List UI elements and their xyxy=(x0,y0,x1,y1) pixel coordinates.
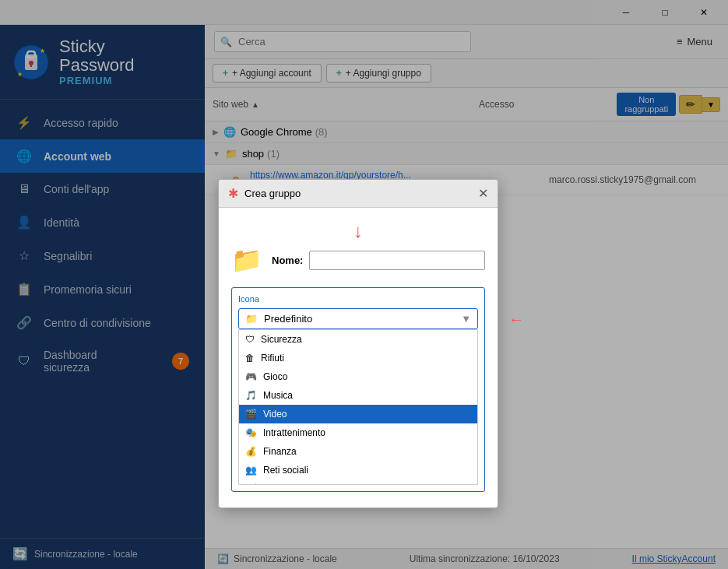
item-icon-reti: 👥 xyxy=(245,465,257,476)
item-icon-video: 🎬 xyxy=(245,409,257,420)
modal-close-button[interactable]: ✕ xyxy=(478,186,488,201)
item-label: Video xyxy=(263,409,287,420)
dropdown-item-intrattenimento[interactable]: 🎭 Intrattenimento xyxy=(239,423,477,442)
arrow-annotation: ↓ xyxy=(353,220,363,241)
dropdown-item-gioco[interactable]: 🎮 Gioco xyxy=(239,367,477,386)
item-label: Intrattenimento xyxy=(263,427,325,438)
icon-dropdown-header[interactable]: 📁 Predefinito ▼ ← xyxy=(238,308,478,329)
item-label: Musica xyxy=(263,390,293,401)
item-icon-sicurezza: 🛡 xyxy=(245,334,255,345)
modal-icon: ✱ xyxy=(228,186,238,201)
selected-icon: 📁 xyxy=(245,313,258,325)
item-label: Gioco xyxy=(263,371,287,382)
dropdown-item-musica[interactable]: 🎵 Musica xyxy=(239,386,477,405)
icon-dropdown-list[interactable]: 🛡 Sicurezza 🗑 Rifiuti 🎮 Gioco 🎵 Musica xyxy=(238,329,478,485)
item-icon-musica: 🎵 xyxy=(245,390,257,401)
chevron-down-icon: ▼ xyxy=(461,313,471,325)
dropdown-item-acquisti[interactable]: 🛒 Acquisti xyxy=(239,479,477,485)
dropdown-item-video[interactable]: 🎬 Video xyxy=(239,405,477,423)
item-label: Acquisti xyxy=(263,483,296,485)
modal-title-text: Crea gruppo xyxy=(244,188,301,199)
arrow-annotation-2: ← xyxy=(508,311,524,328)
item-label: Finanza xyxy=(263,446,297,457)
item-icon-intrattenimento: 🎭 xyxy=(245,427,257,438)
dropdown-item-finanza[interactable]: 💰 Finanza xyxy=(239,442,477,461)
folder-row: 📁 Nome: xyxy=(231,245,485,275)
item-icon-finanza: 💰 xyxy=(245,446,257,457)
item-label: Sicurezza xyxy=(261,334,302,345)
modal-body: ↓ 📁 Nome: Icona 📁 Predefinito ▼ xyxy=(219,208,498,508)
item-label: Rifiuti xyxy=(261,353,284,364)
folder-icon-big: 📁 xyxy=(231,245,262,275)
modal-title: ✱ Crea gruppo xyxy=(228,186,301,201)
dropdown-selected-text: 📁 Predefinito xyxy=(245,313,461,325)
create-group-modal: ✱ Crea gruppo ✕ ↓ 📁 Nome: Icona xyxy=(218,179,498,508)
item-label: Reti sociali xyxy=(263,465,308,476)
item-icon-gioco: 🎮 xyxy=(245,371,257,382)
modal-overlay: ✱ Crea gruppo ✕ ↓ 📁 Nome: Icona xyxy=(0,0,728,569)
name-field: Nome: xyxy=(272,251,485,270)
item-icon-acquisti: 🛒 xyxy=(245,483,257,485)
dropdown-item-rifiuti[interactable]: 🗑 Rifiuti xyxy=(239,349,477,367)
icon-section-label: Icona xyxy=(238,294,478,304)
selected-label: Predefinito xyxy=(264,313,312,325)
dropdown-item-sicurezza[interactable]: 🛡 Sicurezza xyxy=(239,330,477,349)
item-icon-rifiuti: 🗑 xyxy=(245,353,255,364)
group-name-input[interactable] xyxy=(309,251,485,270)
name-label: Nome: xyxy=(272,255,303,266)
modal-header: ✱ Crea gruppo ✕ xyxy=(219,180,498,208)
icon-section: Icona 📁 Predefinito ▼ ← 🛡 Sicurezza xyxy=(231,287,485,492)
dropdown-item-reti-sociali[interactable]: 👥 Reti sociali xyxy=(239,461,477,479)
